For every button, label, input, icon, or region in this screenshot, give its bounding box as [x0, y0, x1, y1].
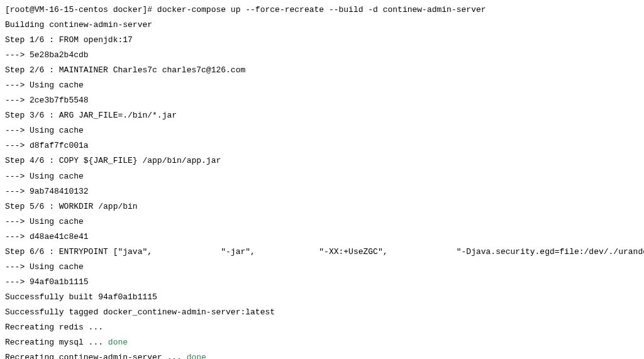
entrypoint-segment: "-jar", [152, 245, 255, 260]
entrypoint-line: Step 6/6 : ENTRYPOINT ["java", "-jar", "… [5, 245, 639, 260]
output-line: Step 5/6 : WORKDIR /app/bin [5, 199, 639, 214]
output-line: ---> Using cache [5, 78, 639, 93]
output-line: ---> Using cache [5, 169, 639, 184]
output-line: Step 4/6 : COPY ${JAR_FILE} /app/bin/app… [5, 153, 639, 168]
command-text: docker-compose up --force-recreate --bui… [157, 5, 486, 14]
output-line: ---> Using cache [5, 260, 639, 275]
shell-prompt: [root@VM-16-15-centos docker]# [5, 5, 157, 14]
output-line: Recreating redis ... [5, 320, 639, 335]
output-line: Step 2/6 : MAINTAINER Charles7c charles7… [5, 63, 639, 78]
output-line: ---> 2ce3b7fb5548 [5, 93, 639, 108]
entrypoint-segment: "-Djava.security.egd=file:/dev/./urandom… [388, 245, 644, 260]
recreate-server-line: Recreating continew-admin-server ... don… [5, 350, 639, 359]
output-line: ---> d48ae41c8e41 [5, 229, 639, 245]
done-status: done [108, 338, 128, 347]
output-line: Successfully tagged docker_continew-admi… [5, 305, 639, 320]
entrypoint-segment: Step 6/6 : ENTRYPOINT ["java", [5, 245, 152, 260]
output-line: Step 1/6 : FROM openjdk:17 [5, 33, 639, 48]
command-line: [root@VM-16-15-centos docker]# docker-co… [5, 3, 639, 18]
entrypoint-segment: "-XX:+UseZGC", [255, 245, 388, 260]
recreate-mysql-line: Recreating mysql ... done [5, 335, 639, 350]
output-line: ---> Using cache [5, 214, 639, 229]
output-line: Building continew-admin-server [5, 18, 639, 33]
done-status: done [187, 353, 206, 359]
output-line: Step 3/6 : ARG JAR_FILE=./bin/*.jar [5, 108, 639, 123]
output-line: ---> 9ab748410132 [5, 184, 639, 199]
output-line: ---> 94af0a1b1115 [5, 275, 639, 290]
output-line: ---> 5e28ba2b4cdb [5, 48, 639, 63]
terminal-output[interactable]: [root@VM-16-15-centos docker]# docker-co… [5, 3, 639, 359]
output-line: ---> d8faf7fc001a [5, 138, 639, 153]
output-line: Successfully built 94af0a1b1115 [5, 290, 639, 305]
output-line: ---> Using cache [5, 123, 639, 138]
recreate-prefix: Recreating mysql ... [5, 338, 108, 347]
recreate-prefix: Recreating continew-admin-server ... [5, 353, 187, 359]
